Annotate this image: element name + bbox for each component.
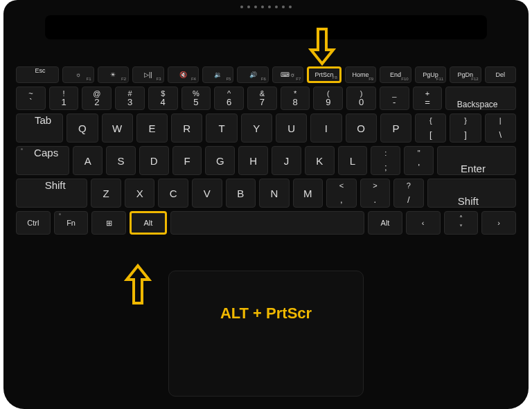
- key-0[interactable]: )0: [346, 87, 376, 110]
- key-r[interactable]: R: [171, 113, 202, 143]
- key-fn6[interactable]: 🔊F6: [237, 66, 268, 83]
- key-fn2[interactable]: ☀F2: [98, 66, 129, 83]
- key-p[interactable]: P: [380, 113, 411, 143]
- key-punct[interactable]: <,: [326, 179, 357, 208]
- key-punct[interactable]: ?/: [393, 179, 424, 208]
- key-x[interactable]: X: [125, 179, 155, 208]
- hinge-dots: [240, 6, 292, 8]
- key-=[interactable]: +=: [413, 87, 443, 110]
- key-caps[interactable]: Caps: [16, 146, 69, 175]
- key-fn5[interactable]: 🔉F5: [202, 66, 233, 83]
- key-fn1[interactable]: ☼F1: [62, 66, 94, 83]
- key-ctrl[interactable]: Ctrl: [16, 211, 51, 235]
- key-g[interactable]: G: [205, 146, 235, 175]
- key-y[interactable]: Y: [241, 113, 272, 143]
- key-fn3[interactable]: ▷||F3: [132, 66, 163, 83]
- key-1[interactable]: !1: [49, 87, 79, 110]
- key-punct[interactable]: "': [404, 146, 434, 175]
- key--[interactable]: _-: [380, 87, 409, 110]
- key-grid: Esc☼F1☀F2▷||F3🔇F4🔉F5🔊F6⌨☼F7PrtScnF8HomeF…: [16, 66, 516, 238]
- key-shift-left[interactable]: Shift: [16, 179, 87, 208]
- key-b[interactable]: B: [226, 179, 256, 208]
- key-prtscn[interactable]: PrtScnF8: [307, 66, 341, 83]
- key-fn[interactable]: Fn: [54, 211, 89, 235]
- key-`[interactable]: ~`: [16, 87, 46, 110]
- key-bracket[interactable]: {[: [415, 113, 446, 143]
- key-f[interactable]: F: [172, 146, 202, 175]
- key-h[interactable]: H: [238, 146, 268, 175]
- key-k[interactable]: K: [305, 146, 335, 175]
- key-u[interactable]: U: [276, 113, 307, 143]
- key-3[interactable]: #3: [115, 87, 145, 110]
- key-punct[interactable]: >.: [360, 179, 391, 208]
- key-pgdn[interactable]: PgDnF12: [450, 66, 481, 83]
- key-n[interactable]: N: [259, 179, 290, 208]
- key-w[interactable]: W: [102, 113, 133, 143]
- key-i[interactable]: I: [310, 113, 342, 143]
- key-bracket[interactable]: |\: [485, 113, 516, 143]
- key-7[interactable]: &7: [247, 87, 277, 110]
- arrow-up-icon: [124, 263, 152, 305]
- key-fn4[interactable]: 🔇F4: [168, 66, 199, 83]
- key-esc[interactable]: Esc: [16, 66, 59, 83]
- key-space[interactable]: [170, 211, 364, 235]
- tablet-slot: [45, 15, 487, 39]
- key-8[interactable]: *8: [281, 87, 310, 110]
- key-v[interactable]: V: [192, 179, 222, 208]
- key-del[interactable]: Del: [485, 66, 516, 83]
- trackpad[interactable]: [168, 271, 364, 397]
- keyboard-body: Esc☼F1☀F2▷||F3🔇F4🔉F5🔊F6⌨☼F7PrtScnF8HomeF…: [3, 0, 529, 409]
- key-tab[interactable]: Tab: [16, 113, 63, 143]
- key-o[interactable]: O: [346, 113, 377, 143]
- key-left[interactable]: ‹: [406, 211, 441, 235]
- key-4[interactable]: $4: [148, 87, 178, 110]
- key-alt-left[interactable]: Alt: [130, 211, 167, 235]
- key-q[interactable]: Q: [66, 113, 98, 143]
- key-right[interactable]: ›: [481, 211, 516, 235]
- key-e[interactable]: E: [136, 113, 168, 143]
- key-d[interactable]: D: [139, 146, 169, 175]
- arrow-down-icon: [308, 28, 336, 66]
- key-pgup[interactable]: PgUpF11: [415, 66, 446, 83]
- key-c[interactable]: C: [158, 179, 188, 208]
- key-9[interactable]: (9: [313, 87, 343, 110]
- key-shift-right[interactable]: Shift: [427, 179, 516, 208]
- key-z[interactable]: Z: [91, 179, 121, 208]
- key-home[interactable]: HomeF9: [345, 66, 376, 83]
- shortcut-caption: ALT + PrtScr: [220, 305, 312, 322]
- key-s[interactable]: S: [106, 146, 136, 175]
- key-j[interactable]: J: [272, 146, 301, 175]
- key-5[interactable]: %5: [181, 87, 211, 110]
- key-2[interactable]: @2: [82, 87, 112, 110]
- key-enter[interactable]: Enter: [437, 146, 516, 175]
- key-a[interactable]: A: [73, 146, 103, 175]
- key-fn7[interactable]: ⌨☼F7: [272, 66, 303, 83]
- key-updown[interactable]: ˄˅: [444, 211, 479, 235]
- key-bracket[interactable]: }]: [450, 113, 481, 143]
- key-windows[interactable]: ⊞: [91, 211, 126, 235]
- key-t[interactable]: T: [206, 113, 237, 143]
- key-m[interactable]: M: [293, 179, 323, 208]
- key-backspace[interactable]: Backspace: [445, 87, 516, 110]
- key-alt-right[interactable]: Alt: [368, 211, 402, 235]
- key-end[interactable]: EndF10: [380, 66, 411, 83]
- key-l[interactable]: L: [338, 146, 368, 175]
- key-punct[interactable]: :;: [371, 146, 400, 175]
- key-6[interactable]: ^6: [214, 87, 244, 110]
